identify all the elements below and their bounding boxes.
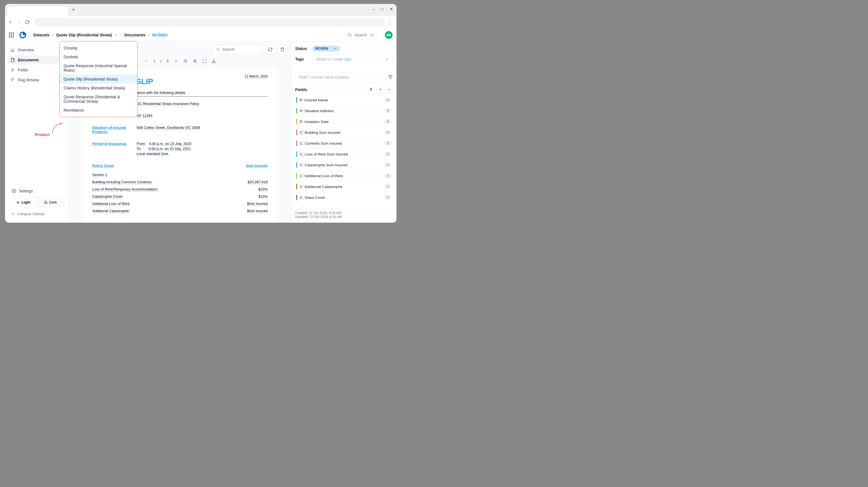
status-badge[interactable]: REVIEW [312, 45, 340, 52]
sidebar-item-label: Documents [18, 58, 39, 62]
collapse-fields-button[interactable] [386, 86, 393, 93]
field-item[interactable]: C: Additional Loss of Rent0 [295, 170, 393, 181]
field-name: C: Catastrophe Sum Insured [300, 163, 384, 167]
forward-button[interactable] [17, 20, 23, 24]
cover-row: Building including Common Contents:$20,2… [92, 180, 268, 184]
breadcrumb-id[interactable]: 0b7b62e [152, 33, 168, 37]
field-item[interactable]: C: Additional Catastrophe0 [295, 181, 393, 192]
back-button[interactable] [8, 20, 14, 24]
apps-grid-icon[interactable] [9, 32, 14, 37]
cover-value: $Not Insured [247, 209, 268, 213]
doc-search[interactable] [213, 45, 263, 54]
dropdown-item[interactable]: Claims History (Residential Strata) [60, 84, 137, 92]
app-logo[interactable] [20, 32, 26, 38]
add-field-button[interactable] [377, 86, 384, 93]
cover-row: Catastrophe Cover:$15% [92, 194, 268, 199]
filter-button[interactable] [388, 75, 393, 80]
sidebar-item-settings[interactable]: Settings [8, 187, 65, 195]
sidebar-item-flag-review[interactable]: Flag Review [7, 75, 66, 84]
policy-cover-header: Policy Cover [92, 163, 114, 168]
breadcrumb: Datasets / Quote Slip (Residential Strat… [33, 33, 168, 37]
field-color-bar [296, 162, 297, 168]
page-sep: / [160, 59, 162, 63]
settings-label: Settings [19, 189, 33, 193]
field-name: C: Additional Catastrophe [300, 185, 384, 189]
plus-icon [378, 88, 382, 91]
app-header: Datasets / Quote Slip (Residential Strat… [5, 28, 397, 42]
search-icon [348, 33, 352, 37]
dropdown-item[interactable]: Dockets [60, 53, 137, 61]
breadcrumb-sep: / [121, 33, 122, 37]
field-item[interactable]: P: Situation Address0 [295, 105, 393, 116]
fullscreen-button[interactable] [202, 59, 207, 63]
field-count: 0 [384, 108, 392, 113]
theme-dark-button[interactable]: Dark [37, 198, 64, 207]
period-to-label: To: [136, 147, 141, 151]
zoom-in-button[interactable] [193, 59, 197, 63]
delete-button[interactable] [278, 45, 287, 54]
zoom-out-button[interactable] [183, 59, 188, 63]
sun-icon [16, 201, 20, 204]
cover-row: Additional Catastrophe:$Not Insured [92, 209, 268, 213]
field-name: P: Situation Address [300, 109, 384, 113]
global-search[interactable]: Search ⌘/ [344, 31, 378, 39]
field-color-bar [296, 195, 297, 200]
breadcrumb-current[interactable]: Quote Slip (Residential Strata) [56, 33, 118, 37]
field-filter-input[interactable]: Field / column name contains [295, 72, 386, 82]
prev-page-button[interactable] [144, 59, 148, 63]
close-button[interactable]: ✕ [390, 7, 393, 12]
tags-input[interactable]: Select or create tags [312, 54, 393, 64]
chevron-up-icon [388, 88, 391, 91]
chevron-down-icon [333, 47, 337, 51]
reload-button[interactable] [25, 20, 31, 24]
dropdown-item[interactable]: Closing [60, 43, 137, 53]
tags-label: Tags [295, 57, 312, 61]
refresh-button[interactable] [266, 45, 275, 54]
dropdown-item[interactable]: Remittance [60, 106, 137, 115]
field-count: 0 [384, 152, 392, 157]
sidebar-item-documents[interactable]: Documents [7, 56, 66, 64]
cover-label: Loss of Rent/Temporary Accommodation: [92, 187, 158, 191]
minimize-button[interactable]: – [373, 7, 375, 12]
field-item[interactable]: C: Catastrophe Sum Insured0 [295, 159, 393, 170]
dropdown-item[interactable]: Quote Response (Industrial Special Risks… [60, 61, 137, 75]
browser-tab[interactable] [8, 7, 68, 16]
search-shortcut: ⌘/ [370, 33, 374, 37]
chevron-down-icon [114, 33, 118, 37]
new-tab-button[interactable]: + [70, 7, 76, 13]
trash-icon [280, 47, 285, 52]
svg-point-2 [13, 190, 14, 191]
field-color-bar [296, 173, 297, 179]
cover-label: Additional Catastrophe: [92, 209, 130, 213]
dropdown-item[interactable]: Quote Slip (Residential Strata) [60, 75, 137, 84]
sidebar-item-overview[interactable]: Overview [7, 45, 66, 54]
url-bar[interactable] [34, 18, 385, 26]
breadcrumb-datasets[interactable]: Datasets [33, 33, 50, 37]
sidebar-item-fields[interactable]: Fields [7, 65, 66, 74]
doc-search-input[interactable] [222, 47, 259, 52]
cover-value: $15% [258, 187, 268, 191]
browser-menu-button[interactable]: ⋮ [387, 19, 393, 25]
breadcrumb-documents[interactable]: Documents [124, 33, 146, 37]
field-item[interactable]: P: Inception Date0 [295, 116, 393, 127]
field-item[interactable]: C: Contents Sum Insured0 [295, 138, 393, 149]
dropdown-item[interactable]: Quote Response (Residential & Commercial… [60, 92, 137, 106]
field-count: 0 [384, 162, 392, 168]
cover-label: Additional Loss of Rent: [92, 202, 130, 206]
field-item[interactable]: P: Insured Name0 [295, 94, 393, 105]
field-item[interactable]: C: Loss of Rent Sum Insured0 [295, 149, 393, 159]
chevron-down-icon [385, 57, 389, 61]
theme-light-button[interactable]: Light [10, 198, 37, 207]
cover-row: Loss of Rent/Temporary Accommodation:$15… [92, 187, 268, 191]
field-color-bar [296, 184, 297, 189]
collapse-sidebar-button[interactable]: Collapse Sidebar [8, 209, 65, 219]
field-item[interactable]: C: Glass Cover0 [295, 192, 393, 203]
next-page-button[interactable] [174, 59, 178, 63]
zoom-in-icon [193, 59, 197, 63]
maximize-button[interactable]: □ [381, 7, 383, 12]
field-item[interactable]: C: Building Sum Insured0 [295, 127, 393, 138]
field-name: C: Loss of Rent Sum Insured [300, 152, 384, 156]
section-label: Section 1 [92, 173, 107, 177]
download-button[interactable] [212, 59, 216, 63]
user-avatar[interactable]: BB [385, 31, 393, 39]
